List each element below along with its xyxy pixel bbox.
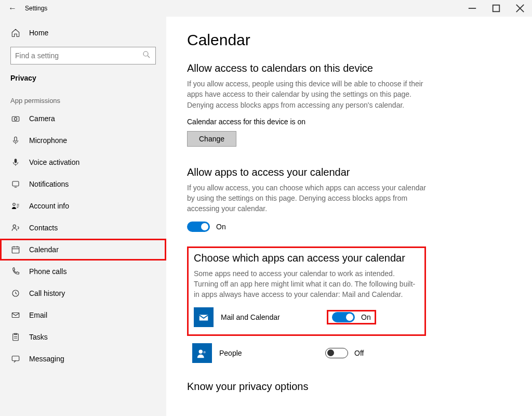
sidebar-item-label: Phone calls: [29, 267, 66, 276]
people-toggle[interactable]: [325, 348, 348, 358]
sidebar-item-camera[interactable]: Camera: [0, 108, 166, 129]
window-title: Settings: [25, 5, 47, 12]
sidebar-item-label: Messaging: [29, 355, 64, 363]
svg-rect-18: [12, 313, 19, 318]
maximize-icon: [491, 4, 501, 13]
svg-rect-1: [493, 5, 500, 12]
access-desc: If you allow access, people using this d…: [187, 79, 426, 110]
titlebar: ← Settings: [0, 0, 532, 17]
sidebar-item-label: Account info: [29, 202, 69, 210]
people-toggle-label: Off: [354, 349, 364, 357]
close-button[interactable]: [508, 0, 532, 17]
sidebar-item-phone-calls[interactable]: Phone calls: [0, 261, 166, 282]
sidebar-item-label: Tasks: [29, 333, 48, 341]
svg-rect-9: [15, 159, 17, 163]
sidebar-item-notifications[interactable]: Notifications: [0, 173, 166, 195]
microphone-icon: [10, 136, 21, 145]
sidebar: Home Privacy App permissions Camera Micr…: [0, 17, 166, 416]
sidebar-section-title: Privacy: [0, 72, 166, 87]
svg-rect-10: [12, 181, 19, 186]
allow-apps-heading: Allow apps to access your calendar: [187, 166, 511, 178]
back-button[interactable]: ←: [0, 4, 25, 13]
sidebar-item-contacts[interactable]: Contacts: [0, 217, 166, 239]
search-box[interactable]: [10, 47, 156, 64]
choose-desc: Some apps need to access your calendar t…: [194, 268, 419, 300]
minimize-icon: [468, 4, 477, 13]
sidebar-item-calendar[interactable]: Calendar: [0, 239, 166, 261]
svg-point-11: [13, 203, 16, 206]
svg-rect-20: [12, 356, 19, 361]
sidebar-group-title: App permissions: [0, 87, 166, 108]
sidebar-item-microphone[interactable]: Microphone: [0, 129, 166, 151]
sidebar-item-label: Camera: [29, 114, 55, 123]
sidebar-item-label: Call history: [29, 289, 65, 297]
svg-point-23: [203, 351, 206, 354]
know-heading: Know your privacy options: [187, 381, 511, 393]
app-name: Mail and Calendar: [221, 313, 320, 321]
history-icon: [10, 289, 21, 298]
minimize-button[interactable]: [460, 0, 484, 17]
svg-point-12: [13, 225, 16, 227]
calendar-icon: [10, 245, 21, 254]
account-icon: [10, 201, 21, 211]
svg-rect-8: [15, 137, 17, 141]
page-title: Calendar: [187, 31, 511, 49]
svg-point-7: [14, 118, 17, 120]
app-name: People: [219, 349, 318, 357]
svg-rect-13: [12, 247, 19, 253]
search-icon: [142, 50, 151, 61]
svg-point-22: [199, 349, 203, 353]
search-input[interactable]: [15, 51, 142, 60]
sidebar-home[interactable]: Home: [0, 23, 166, 43]
maximize-button[interactable]: [484, 0, 508, 17]
sidebar-item-label: Calendar: [29, 245, 59, 254]
choose-heading: Choose which apps can access your calend…: [194, 252, 419, 264]
email-icon: [10, 310, 21, 320]
sidebar-home-label: Home: [29, 29, 48, 37]
allow-apps-toggle-label: On: [216, 223, 226, 231]
app-row-people: People Off: [187, 343, 426, 363]
app-row-mail-calendar: Mail and Calendar On: [194, 307, 419, 327]
sidebar-item-label: Voice activation: [29, 158, 79, 166]
mail-app-icon: [194, 307, 214, 327]
sidebar-item-tasks[interactable]: Tasks: [0, 326, 166, 348]
access-heading: Allow access to calendars on this device: [187, 62, 511, 74]
svg-point-4: [143, 51, 148, 56]
sidebar-item-label: Notifications: [29, 180, 69, 188]
change-button[interactable]: Change: [187, 131, 236, 147]
sidebar-item-label: Email: [29, 311, 47, 319]
sidebar-item-account-info[interactable]: Account info: [0, 195, 166, 217]
sidebar-item-label: Microphone: [29, 136, 67, 145]
notifications-icon: [10, 179, 21, 189]
tasks-icon: [10, 332, 21, 342]
allow-apps-toggle[interactable]: [187, 222, 210, 232]
mail-calendar-toggle-label: On: [361, 313, 371, 321]
sidebar-item-email[interactable]: Email: [0, 304, 166, 326]
sidebar-item-label: Contacts: [29, 224, 58, 232]
sidebar-item-messaging[interactable]: Messaging: [0, 348, 166, 370]
allow-apps-desc: If you allow access, you can choose whic…: [187, 183, 426, 214]
messaging-icon: [10, 354, 21, 363]
choose-apps-section: Choose which apps can access your calend…: [187, 246, 426, 336]
close-icon: [515, 4, 525, 13]
access-status-line: Calendar access for this device is on: [187, 118, 511, 126]
content: Calendar Allow access to calendars on th…: [166, 17, 532, 416]
contacts-icon: [10, 223, 21, 232]
svg-line-5: [148, 56, 150, 58]
home-icon: [10, 28, 21, 37]
sidebar-item-voice-activation[interactable]: Voice activation: [0, 151, 166, 173]
people-app-icon: [192, 343, 212, 363]
mail-calendar-toggle[interactable]: [332, 312, 355, 322]
sidebar-item-call-history[interactable]: Call history: [0, 282, 166, 304]
voice-icon: [10, 158, 21, 167]
phone-icon: [10, 267, 21, 276]
camera-icon: [10, 114, 21, 123]
